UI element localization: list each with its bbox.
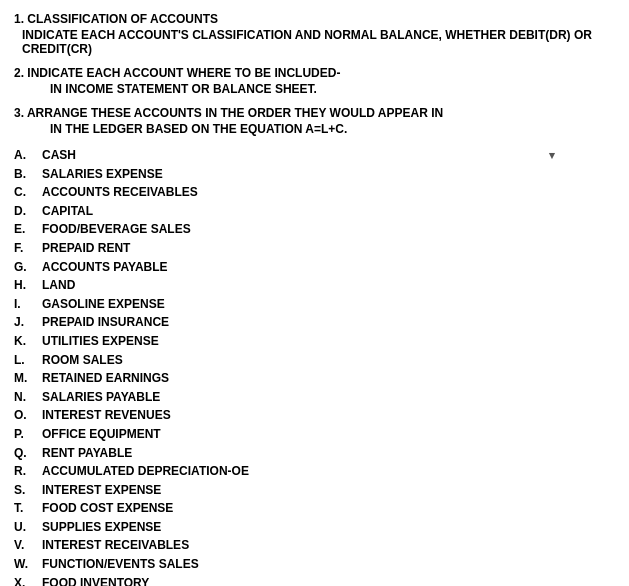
list-item: T.FOOD COST EXPENSE [14,499,615,518]
account-letter: S. [14,481,42,500]
list-item: M.RETAINED EARNINGS [14,369,615,388]
account-letter: N. [14,388,42,407]
account-name: FOOD COST EXPENSE [42,499,173,518]
account-name: UTILITIES EXPENSE [42,332,159,351]
list-item: K.UTILITIES EXPENSE [14,332,615,351]
account-name: ROOM SALES [42,351,123,370]
account-letter: B. [14,165,42,184]
account-letter: O. [14,406,42,425]
account-letter: H. [14,276,42,295]
account-name: FOOD/BEVERAGE SALES [42,220,191,239]
account-letter: P. [14,425,42,444]
account-name: LAND [42,276,75,295]
account-name: RETAINED EARNINGS [42,369,169,388]
account-letter: U. [14,518,42,537]
section-1: 1. CLASSIFICATION OF ACCOUNTS INDICATE E… [14,12,615,56]
account-name: FOOD INVENTORY [42,574,149,586]
list-item: C.ACCOUNTS RECEIVABLES [14,183,615,202]
account-letter: T. [14,499,42,518]
section-1-title: 1. CLASSIFICATION OF ACCOUNTS [14,12,615,26]
account-name: SALARIES PAYABLE [42,388,160,407]
list-item: G.ACCOUNTS PAYABLE [14,258,615,277]
page-container: 1. CLASSIFICATION OF ACCOUNTS INDICATE E… [14,12,615,586]
list-item: N.SALARIES PAYABLE [14,388,615,407]
account-letter: E. [14,220,42,239]
section-3-title: 3. ARRANGE THESE ACCOUNTS IN THE ORDER T… [14,106,615,120]
account-letter: M. [14,369,42,388]
list-item: B.SALARIES EXPENSE [14,165,615,184]
list-item: L.ROOM SALES [14,351,615,370]
list-item: U.SUPPLIES EXPENSE [14,518,615,537]
account-letter: J. [14,313,42,332]
account-name: PREPAID RENT [42,239,130,258]
list-item: W.FUNCTION/EVENTS SALES [14,555,615,574]
list-item: X.FOOD INVENTORY [14,574,615,586]
account-name: INTEREST RECEIVABLES [42,536,189,555]
account-letter: R. [14,462,42,481]
account-name: CAPITAL [42,202,93,221]
account-name: ACCOUNTS PAYABLE [42,258,168,277]
list-item: P.OFFICE EQUIPMENT [14,425,615,444]
account-letter: F. [14,239,42,258]
list-item: V.INTEREST RECEIVABLES [14,536,615,555]
account-name: OFFICE EQUIPMENT [42,425,161,444]
list-item: F.PREPAID RENT [14,239,615,258]
account-name: PREPAID INSURANCE [42,313,169,332]
section-1-body: INDICATE EACH ACCOUNT'S CLASSIFICATION A… [22,28,615,56]
account-name: CASH [42,146,76,165]
accounts-list: A.CASH▾B.SALARIES EXPENSEC.ACCOUNTS RECE… [14,146,615,586]
list-item: O.INTEREST REVENUES [14,406,615,425]
list-item: R.ACCUMULATED DEPRECIATION-OE [14,462,615,481]
section-3-body: IN THE LEDGER BASED ON THE EQUATION A=L+… [50,122,615,136]
list-item: D.CAPITAL [14,202,615,221]
list-item: E.FOOD/BEVERAGE SALES [14,220,615,239]
account-letter: A. [14,146,42,165]
account-letter: Q. [14,444,42,463]
account-letter: I. [14,295,42,314]
section-2-title: 2. INDICATE EACH ACCOUNT WHERE TO BE INC… [14,66,615,80]
dropdown-indicator-icon[interactable]: ▾ [549,147,555,164]
account-name: ACCUMULATED DEPRECIATION-OE [42,462,249,481]
account-name: SUPPLIES EXPENSE [42,518,161,537]
list-item: H.LAND [14,276,615,295]
account-name: RENT PAYABLE [42,444,132,463]
account-letter: V. [14,536,42,555]
account-letter: C. [14,183,42,202]
account-name: FUNCTION/EVENTS SALES [42,555,199,574]
account-name: INTEREST EXPENSE [42,481,161,500]
account-letter: K. [14,332,42,351]
list-item: Q.RENT PAYABLE [14,444,615,463]
account-name: GASOLINE EXPENSE [42,295,165,314]
account-letter: W. [14,555,42,574]
section-2-body: IN INCOME STATEMENT OR BALANCE SHEET. [50,82,615,96]
section-3: 3. ARRANGE THESE ACCOUNTS IN THE ORDER T… [14,106,615,136]
section-2: 2. INDICATE EACH ACCOUNT WHERE TO BE INC… [14,66,615,96]
account-letter: D. [14,202,42,221]
list-item: J.PREPAID INSURANCE [14,313,615,332]
account-name: INTEREST REVENUES [42,406,171,425]
account-name: SALARIES EXPENSE [42,165,163,184]
list-item: I.GASOLINE EXPENSE [14,295,615,314]
list-item: A.CASH▾ [14,146,615,165]
account-letter: X. [14,574,42,586]
account-name: ACCOUNTS RECEIVABLES [42,183,198,202]
list-item: S.INTEREST EXPENSE [14,481,615,500]
account-letter: G. [14,258,42,277]
account-letter: L. [14,351,42,370]
